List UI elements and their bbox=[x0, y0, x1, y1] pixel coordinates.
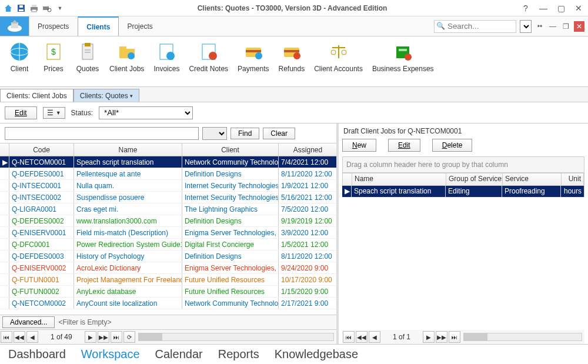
table-row[interactable]: Q-DEFDES0002www.translation3000.comDefin… bbox=[0, 215, 336, 227]
ribbon-business-expenses[interactable]: Business Expenses bbox=[370, 40, 436, 74]
ribbon-refunds[interactable]: Refunds bbox=[276, 40, 307, 74]
nav-prev-page-icon[interactable]: ◀◀ bbox=[356, 331, 368, 343]
search-input[interactable] bbox=[434, 20, 516, 33]
table-row[interactable]: Q-LIGRA0001Cras eget mi.The Lightning Gr… bbox=[0, 203, 336, 215]
svg-rect-29 bbox=[246, 50, 261, 52]
chevron-down-icon[interactable]: ▾ bbox=[130, 93, 133, 99]
table-row[interactable]: Q-DEFDES0003History of PsychologyDefinit… bbox=[0, 251, 336, 262]
filter-input[interactable] bbox=[5, 127, 199, 140]
table-row[interactable]: ▶Q-NETCOM0001Speach script translationNe… bbox=[0, 156, 336, 168]
grid-navigator: ⏮ ◀◀ ◀ 1 of 49 ▶ ▶▶ ⏭ ⟳ bbox=[0, 330, 336, 344]
table-row[interactable]: Q-NETCOM0002AnyCount site localizationNe… bbox=[0, 298, 336, 309]
svg-rect-32 bbox=[284, 50, 299, 52]
ribbon-prices[interactable]: $Prices bbox=[39, 40, 68, 74]
col-header-name[interactable]: Name bbox=[74, 143, 182, 156]
minimize-icon[interactable]: — bbox=[537, 4, 549, 13]
ribbon-quotes[interactable]: Quotes bbox=[73, 40, 102, 74]
table-row[interactable]: Q-ENISERV0001Field mis-match (Descriptio… bbox=[0, 227, 336, 239]
close-icon[interactable]: ✕ bbox=[573, 4, 584, 13]
nav-knowledgebase[interactable]: Knowledgebase bbox=[275, 348, 358, 361]
advanced-filter-button[interactable]: Advanced... bbox=[2, 316, 55, 328]
ribbon-client[interactable]: Client bbox=[5, 40, 34, 74]
chevron-down-icon: ▼ bbox=[56, 110, 61, 116]
table-row[interactable]: Q-INTSEC0002Suspendisse posuereInternet … bbox=[0, 192, 336, 203]
nav-reports[interactable]: Reports bbox=[218, 348, 259, 361]
status-label: Status: bbox=[71, 109, 93, 117]
find-button[interactable]: Find bbox=[230, 128, 259, 139]
filter-column-select[interactable] bbox=[202, 127, 227, 140]
sub-restore-icon[interactable]: ❐ bbox=[561, 22, 570, 31]
table-row[interactable]: Q-ENISERV0002AcroLexic DictionaryEnigma … bbox=[0, 262, 336, 274]
group-by-hint[interactable]: Drag a column header here to group by th… bbox=[342, 156, 584, 173]
search-area: 🔍 •• — ❐ ✕ bbox=[434, 16, 588, 36]
nav-prev-icon[interactable]: ◀ bbox=[26, 331, 38, 343]
maximize-icon[interactable]: ▢ bbox=[555, 4, 567, 13]
ribbon-invoices[interactable]: Invoices bbox=[151, 40, 182, 74]
nav-next-page-icon[interactable]: ▶▶ bbox=[98, 331, 109, 343]
table-row[interactable]: Q-FUTUN0002AnyLexic databaseFuture Unifi… bbox=[0, 286, 336, 298]
horizontal-scrollbar[interactable] bbox=[463, 333, 582, 341]
table-row[interactable]: Q-DEFDES0001Pellentesque at anteDefiniti… bbox=[0, 168, 336, 180]
tab-projects[interactable]: Projects bbox=[119, 16, 161, 36]
help-icon[interactable]: ? bbox=[520, 4, 532, 13]
app-icon[interactable] bbox=[0, 16, 29, 36]
quotes-pane: Find Clear Code Name Client Assigned ▶Q-… bbox=[0, 123, 339, 344]
tab-prospects[interactable]: Prospects bbox=[29, 16, 78, 36]
ribbon-payments[interactable]: Payments bbox=[235, 40, 271, 74]
jobs-grid-body: ▶Speach script translationEditingProofre… bbox=[342, 186, 584, 198]
delete-button[interactable]: Delete bbox=[432, 139, 473, 152]
nav-dashboard[interactable]: Dashboard bbox=[8, 348, 66, 361]
new-button[interactable]: New bbox=[342, 139, 376, 152]
table-row[interactable]: ▶Speach script translationEditingProofre… bbox=[342, 186, 584, 198]
col-header-job-name[interactable]: Name bbox=[352, 173, 446, 185]
edit-job-button[interactable]: Edit bbox=[388, 139, 420, 152]
table-row[interactable]: Q-FUTUN0001Project Management For Freela… bbox=[0, 274, 336, 286]
horizontal-scrollbar[interactable] bbox=[138, 333, 334, 341]
clear-button[interactable]: Clear bbox=[263, 128, 295, 139]
print-icon[interactable] bbox=[29, 4, 39, 13]
col-header-service[interactable]: Service bbox=[503, 173, 562, 185]
edit-button[interactable]: Edit bbox=[5, 106, 37, 119]
tab-clients[interactable]: Clients bbox=[78, 16, 119, 36]
table-row[interactable]: Q-INTSEC0001Nulla quam.Internet Security… bbox=[0, 180, 336, 192]
ribbon-credit-notes[interactable]: Credit Notes bbox=[186, 40, 230, 74]
list-icon: ☰ bbox=[47, 109, 54, 117]
sub-close-icon[interactable]: ✕ bbox=[574, 21, 584, 32]
print-preview-icon[interactable] bbox=[42, 4, 52, 13]
svg-marker-0 bbox=[5, 5, 12, 12]
sub-overflow-icon[interactable]: •• bbox=[535, 22, 544, 31]
table-row[interactable]: Q-DFC0001Power Redirection System Guide1… bbox=[0, 239, 336, 251]
nav-last-icon[interactable]: ⏭ bbox=[111, 331, 122, 343]
view-options-button[interactable]: ☰▼ bbox=[43, 107, 65, 119]
quotes-icon bbox=[77, 41, 98, 62]
draft-jobs-pane: Draft Client Jobs for Q-NETCOM0001 New E… bbox=[339, 123, 588, 344]
doc-tab-client-jobs[interactable]: Clients: Client Jobs bbox=[0, 89, 74, 102]
home-icon[interactable] bbox=[4, 4, 13, 13]
col-header-group[interactable]: Group of Services bbox=[446, 173, 503, 185]
nav-next-icon[interactable]: ▶ bbox=[423, 331, 435, 343]
menu-bar: Prospects Clients Projects 🔍 •• — ❐ ✕ bbox=[0, 16, 588, 36]
search-dropdown[interactable] bbox=[520, 20, 532, 33]
status-select[interactable]: *All* bbox=[99, 106, 193, 119]
nav-refresh-icon[interactable]: ⟳ bbox=[123, 331, 135, 343]
nav-last-icon[interactable]: ⏭ bbox=[449, 331, 460, 343]
doc-tab-quotes[interactable]: Clients: Quotes ▾ bbox=[74, 89, 139, 102]
sub-minimize-icon[interactable]: — bbox=[548, 22, 557, 31]
nav-next-icon[interactable]: ▶ bbox=[85, 331, 96, 343]
col-header-unit[interactable]: Unit bbox=[562, 173, 584, 185]
nav-prev-page-icon[interactable]: ◀◀ bbox=[14, 331, 25, 343]
nav-first-icon[interactable]: ⏮ bbox=[1, 331, 12, 343]
nav-workspace[interactable]: Workspace bbox=[81, 348, 140, 361]
row-indicator-header bbox=[0, 143, 9, 156]
nav-prev-icon[interactable]: ◀ bbox=[369, 331, 380, 343]
col-header-assigned[interactable]: Assigned bbox=[279, 143, 336, 156]
qat-dropdown-icon[interactable]: ▼ bbox=[55, 4, 65, 13]
save-icon[interactable] bbox=[16, 4, 26, 13]
col-header-client[interactable]: Client bbox=[182, 143, 279, 156]
ribbon-client-jobs[interactable]: Client Jobs bbox=[107, 40, 146, 74]
nav-next-page-icon[interactable]: ▶▶ bbox=[436, 331, 447, 343]
ribbon-client-accounts[interactable]: Client Accounts bbox=[312, 40, 365, 74]
nav-first-icon[interactable]: ⏮ bbox=[343, 331, 355, 343]
col-header-code[interactable]: Code bbox=[9, 143, 74, 156]
nav-calendar[interactable]: Calendar bbox=[155, 348, 203, 361]
